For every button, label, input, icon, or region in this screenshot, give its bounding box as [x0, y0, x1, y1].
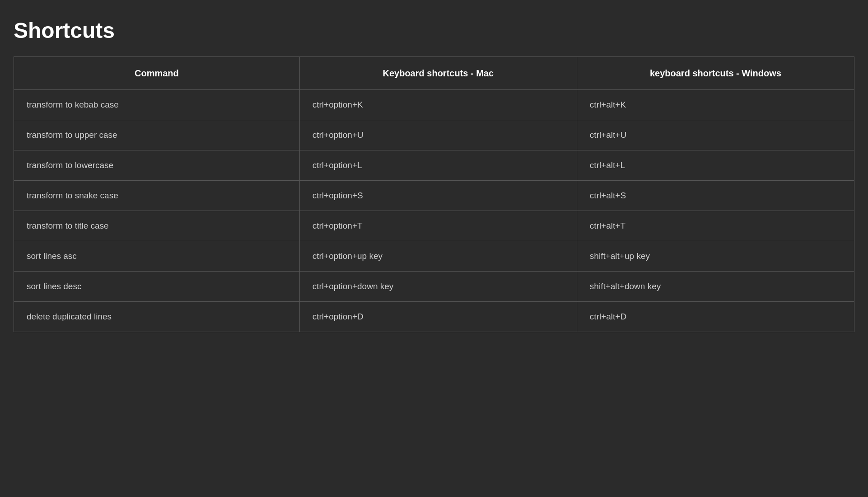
table-row: sort lines ascctrl+option+up keyshift+al…: [14, 241, 854, 272]
table-row: transform to kebab casectrl+option+Kctrl…: [14, 90, 854, 120]
table-row: sort lines descctrl+option+down keyshift…: [14, 272, 854, 302]
cell-command: transform to kebab case: [14, 90, 300, 120]
cell-mac-shortcut: ctrl+option+down key: [299, 272, 577, 302]
cell-windows-shortcut: ctrl+alt+D: [577, 302, 854, 332]
cell-mac-shortcut: ctrl+option+K: [299, 90, 577, 120]
page-title: Shortcuts: [14, 18, 854, 43]
table-header-row: Command Keyboard shortcuts - Mac keyboar…: [14, 57, 854, 90]
cell-windows-shortcut: ctrl+alt+U: [577, 120, 854, 150]
cell-mac-shortcut: ctrl+option+T: [299, 211, 577, 241]
cell-command: transform to lowercase: [14, 150, 300, 181]
table-row: transform to upper casectrl+option+Uctrl…: [14, 120, 854, 150]
cell-mac-shortcut: ctrl+option+U: [299, 120, 577, 150]
header-mac: Keyboard shortcuts - Mac: [299, 57, 577, 90]
table-row: transform to title casectrl+option+Tctrl…: [14, 211, 854, 241]
header-windows: keyboard shortcuts - Windows: [577, 57, 854, 90]
cell-windows-shortcut: ctrl+alt+S: [577, 181, 854, 211]
header-command: Command: [14, 57, 300, 90]
cell-mac-shortcut: ctrl+option+L: [299, 150, 577, 181]
cell-windows-shortcut: ctrl+alt+K: [577, 90, 854, 120]
cell-mac-shortcut: ctrl+option+S: [299, 181, 577, 211]
table-row: delete duplicated linesctrl+option+Dctrl…: [14, 302, 854, 332]
table-row: transform to lowercasectrl+option+Lctrl+…: [14, 150, 854, 181]
cell-windows-shortcut: shift+alt+up key: [577, 241, 854, 272]
cell-command: sort lines asc: [14, 241, 300, 272]
cell-mac-shortcut: ctrl+option+D: [299, 302, 577, 332]
cell-command: transform to upper case: [14, 120, 300, 150]
cell-windows-shortcut: ctrl+alt+L: [577, 150, 854, 181]
cell-command: delete duplicated lines: [14, 302, 300, 332]
cell-windows-shortcut: shift+alt+down key: [577, 272, 854, 302]
cell-command: transform to snake case: [14, 181, 300, 211]
table-row: transform to snake casectrl+option+Sctrl…: [14, 181, 854, 211]
shortcuts-table: Command Keyboard shortcuts - Mac keyboar…: [14, 56, 854, 332]
cell-command: transform to title case: [14, 211, 300, 241]
cell-command: sort lines desc: [14, 272, 300, 302]
cell-windows-shortcut: ctrl+alt+T: [577, 211, 854, 241]
cell-mac-shortcut: ctrl+option+up key: [299, 241, 577, 272]
